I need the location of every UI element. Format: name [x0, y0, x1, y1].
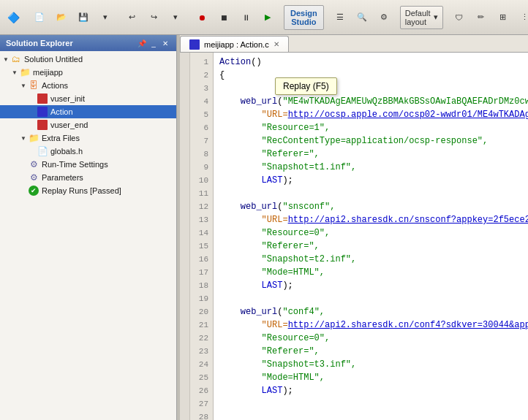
grid-button[interactable]: ⊞	[493, 7, 513, 28]
close-panel-button[interactable]: ✕	[160, 38, 170, 48]
code-line-2: {	[219, 69, 528, 82]
code-line-1: Action()	[219, 56, 528, 69]
tree-item-label: Solution Untitled	[24, 55, 83, 64]
tree-item-label: Parameters	[42, 173, 83, 182]
tree-item-runtime[interactable]: ▶ ⚙ Run-Time Settings	[0, 158, 176, 171]
tab-icon	[189, 39, 200, 50]
dropdown-btn2[interactable]: ▾	[165, 7, 186, 28]
action-icon	[37, 106, 48, 118]
code-token: Action	[219, 57, 251, 67]
tree-item-vuser-init[interactable]: ▶ vuser_init	[0, 92, 176, 105]
code-token: ()	[251, 57, 261, 67]
tree-item-parameters[interactable]: ▶ ⚙ Parameters	[0, 171, 176, 184]
code-line-4: web_url("ME4wTKADAgEAMEUwQzBBMAkGBSsOAwI…	[219, 95, 528, 108]
code-token: web_url	[241, 96, 277, 107]
main-content: Solution Explorer 📌 _ ✕ ▼ 🗂 Solution Unt…	[0, 35, 528, 420]
vuser-end-icon	[37, 119, 48, 131]
tree-item-label: Run-Time Settings	[42, 160, 108, 169]
line-num: 7	[190, 134, 213, 148]
find-button[interactable]: 🔍	[352, 7, 372, 28]
main-toolbar: 🔷 📄 📂 💾 ▾ ↩ ↪ ▾ ⏺ ⏹ ⏸ ▶ Design Studio ☰ …	[0, 0, 528, 35]
stop-button[interactable]: ⏹	[214, 7, 234, 28]
shield-button[interactable]: 🛡	[449, 7, 469, 28]
line-num: 1	[190, 56, 213, 69]
line-num: 6	[190, 121, 213, 134]
replay-button[interactable]: ▶	[257, 7, 278, 28]
folder-icon: 📁	[19, 66, 31, 78]
tree-item-label: vuser_end	[50, 121, 88, 129]
redo-button[interactable]: ↪	[143, 7, 164, 28]
tree-item-solution[interactable]: ▼ 🗂 Solution Untitled	[0, 53, 176, 66]
params-icon: ⚙	[28, 172, 39, 183]
tree-item-action[interactable]: ▶ Action	[0, 105, 176, 118]
tree-item-label: meijiapp	[33, 68, 63, 77]
line-num: 17	[190, 266, 213, 279]
code-line-10: LAST);	[219, 174, 528, 187]
editor-area: meijiapp : Action.c ✕ Replay (F5) 1 2 3 …	[180, 35, 528, 420]
line-num: 18	[190, 279, 213, 292]
vuser-init-icon	[37, 93, 48, 104]
save-button[interactable]: 💾	[73, 7, 94, 28]
code-editor[interactable]: Action() { web_url("ME4wTKADAgEAMEUwQzBB…	[214, 53, 528, 420]
pause-button[interactable]: ⏸	[235, 7, 256, 28]
tab-bar: meijiapp : Action.c ✕	[180, 35, 528, 53]
panel-header: Solution Explorer 📌 _ ✕	[0, 35, 176, 51]
more-button[interactable]: ⋮	[515, 7, 528, 28]
line-num: 13	[190, 213, 213, 226]
line-num: 28	[190, 411, 213, 420]
tree-item-globals[interactable]: ▶ 📄 globals.h	[0, 145, 176, 158]
line-num: 19	[190, 292, 213, 305]
code-line-22: "Resource=0",	[219, 332, 528, 345]
undo-button[interactable]: ↩	[121, 7, 142, 28]
chevron-down-icon: ▾	[434, 12, 438, 22]
expand-icon: ▼	[19, 81, 28, 90]
replay-icon: ✔	[28, 185, 39, 196]
design-studio-button[interactable]: Design Studio	[284, 5, 324, 30]
solution-tree: ▼ 🗂 Solution Untitled ▼ 📁 meijiapp ▼ 🗄 A…	[0, 51, 176, 420]
tree-item-extra-files[interactable]: ▼ 📁 Extra Files	[0, 131, 176, 145]
code-line-15: "Referer=",	[219, 240, 528, 253]
line-num: 11	[190, 187, 213, 200]
tree-item-replay[interactable]: ▶ ✔ Replay Runs [Passed]	[0, 184, 176, 197]
tree-item-actions[interactable]: ▼ 🗄 Actions	[0, 79, 176, 92]
layout-dropdown[interactable]: Default layout ▾	[400, 6, 443, 29]
line-num: 25	[190, 371, 213, 384]
code-line-11	[219, 187, 528, 200]
tab-close-button[interactable]: ✕	[274, 40, 279, 48]
globals-icon: 📄	[37, 145, 48, 157]
line-num: 27	[190, 397, 213, 411]
tree-item-meijiapp[interactable]: ▼ 📁 meijiapp	[0, 66, 176, 79]
dropdown-btn1[interactable]: ▾	[95, 7, 116, 28]
pin-button[interactable]: 📌	[137, 38, 147, 48]
options-button[interactable]: ⚙	[374, 7, 394, 28]
panel-title: Solution Explorer	[6, 39, 73, 47]
line-num: 24	[190, 358, 213, 371]
line-num: 23	[190, 345, 213, 358]
replay-tooltip: Replay (F5)	[275, 77, 337, 95]
new-button[interactable]: 📄	[29, 7, 50, 28]
code-line-18: LAST);	[219, 279, 528, 292]
code-line-28	[219, 411, 528, 420]
tree-item-vuser-end[interactable]: ▶ vuser_end	[0, 118, 176, 131]
line-num: 3	[190, 82, 213, 95]
tree-item-label: Action	[50, 107, 73, 116]
line-num: 15	[190, 240, 213, 253]
tab-action[interactable]: meijiapp : Action.c ✕	[180, 36, 289, 52]
open-button[interactable]: 📂	[51, 7, 72, 28]
record-button[interactable]: ⏺	[192, 7, 212, 28]
code-scroll[interactable]: Action() { web_url("ME4wTKADAgEAMEUwQzBB…	[214, 53, 528, 420]
line-num: 10	[190, 174, 213, 187]
line-num: 2	[190, 69, 213, 82]
code-line-13: "URL=http://api2.sharesdk.cn/snsconf?app…	[219, 213, 528, 226]
code-line-16: "Snapshot=t2.inf",	[219, 253, 528, 266]
tree-item-label: Extra Files	[42, 134, 80, 142]
line-num: 22	[190, 332, 213, 345]
line-num: 21	[190, 318, 213, 332]
pen-button[interactable]: ✏	[471, 7, 491, 28]
code-line-12: web_url("snsconf",	[219, 200, 528, 213]
minimize-button[interactable]: _	[148, 38, 159, 48]
line-num: 20	[190, 305, 213, 318]
code-line-27	[219, 397, 528, 411]
code-line-7: "RecContentType=application/ocsp-respons…	[219, 134, 528, 148]
indent-button[interactable]: ☰	[330, 7, 350, 28]
